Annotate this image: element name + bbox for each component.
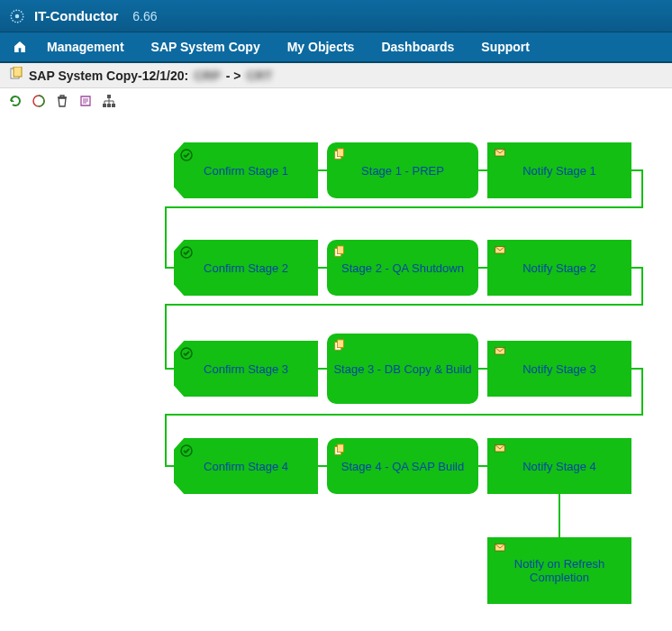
mail-icon <box>493 245 507 260</box>
check-icon <box>179 148 194 162</box>
page-title: SAP System Copy-12/1/20: <box>29 69 188 83</box>
node-label: Stage 3 - DB Copy & Build <box>333 362 471 376</box>
node-label: Notify Stage 3 <box>522 362 596 376</box>
node-label: Confirm Stage 4 <box>204 460 288 473</box>
node-confirm-stage-1[interactable]: Confirm Stage 1 <box>174 142 318 198</box>
node-stage-3[interactable]: Stage 3 - DB Copy & Build <box>327 334 478 404</box>
node-confirm-stage-3[interactable]: Confirm Stage 3 <box>174 341 318 397</box>
run-button[interactable] <box>31 93 47 109</box>
node-label: Notify Stage 2 <box>522 261 596 275</box>
page-header: SAP System Copy-12/1/20: CRP - > CRT <box>0 63 672 88</box>
page-icon <box>9 67 23 84</box>
svg-rect-8 <box>112 104 115 107</box>
svg-rect-5 <box>107 95 111 98</box>
action-toolbar <box>0 88 672 114</box>
node-stage-4[interactable]: Stage 4 - QA SAP Build <box>327 438 478 494</box>
app-logo-icon <box>9 8 25 24</box>
node-label: Stage 2 - QA Shutdown <box>341 261 464 275</box>
svg-rect-3 <box>14 67 22 77</box>
copy-icon <box>332 245 347 260</box>
menu-my-objects[interactable]: My Objects <box>275 34 368 59</box>
svg-rect-7 <box>107 104 111 107</box>
trash-icon <box>55 94 69 108</box>
menu-dashboards[interactable]: Dashboards <box>368 34 467 59</box>
mail-icon <box>493 543 507 557</box>
home-icon <box>13 39 27 55</box>
node-label: Stage 1 - PREP <box>361 164 444 178</box>
node-notify-stage-4[interactable]: Notify Stage 4 <box>487 438 631 494</box>
node-label: Confirm Stage 3 <box>204 362 288 376</box>
copy-icon <box>332 444 347 458</box>
node-notify-stage-1[interactable]: Notify Stage 1 <box>487 142 631 198</box>
node-label: Stage 4 - QA SAP Build <box>341 460 464 473</box>
refresh-button[interactable] <box>7 93 23 109</box>
workflow-canvas: Confirm Stage 1 Stage 1 - PREP Notify St… <box>0 114 672 618</box>
menu-support[interactable]: Support <box>468 34 542 59</box>
refresh-icon <box>8 94 23 108</box>
node-stage-1[interactable]: Stage 1 - PREP <box>327 142 478 198</box>
svg-rect-19 <box>337 149 343 157</box>
node-notify-stage-3[interactable]: Notify Stage 3 <box>487 341 631 397</box>
node-confirm-stage-4[interactable]: Confirm Stage 4 <box>174 438 318 494</box>
page-dst: CRT <box>246 69 272 83</box>
mail-icon <box>493 148 507 162</box>
main-menu: Management SAP System Copy My Objects Da… <box>0 32 672 63</box>
mail-icon <box>493 444 507 458</box>
node-confirm-stage-2[interactable]: Confirm Stage 2 <box>174 240 318 296</box>
app-version: 6.66 <box>132 9 157 23</box>
hierarchy-icon <box>102 94 116 108</box>
node-label: Confirm Stage 2 <box>204 261 288 275</box>
copy-icon <box>332 339 347 353</box>
svg-point-1 <box>15 14 20 18</box>
log-icon <box>78 94 93 108</box>
page-sep: - > <box>226 69 241 83</box>
check-icon <box>179 245 194 260</box>
node-label: Notify Stage 1 <box>522 164 596 178</box>
menu-sap-system-copy[interactable]: SAP System Copy <box>139 34 273 59</box>
run-icon <box>32 94 46 108</box>
check-icon <box>179 346 194 361</box>
delete-button[interactable] <box>54 93 70 109</box>
title-bar: IT-Conductor 6.66 <box>0 0 672 32</box>
node-label: Notify on Refresh Completion <box>491 557 628 584</box>
mail-icon <box>493 346 507 361</box>
node-label: Confirm Stage 1 <box>204 164 288 178</box>
node-label: Notify Stage 4 <box>522 460 596 473</box>
node-stage-2[interactable]: Stage 2 - QA Shutdown <box>327 240 478 296</box>
node-notify-completion[interactable]: Notify on Refresh Completion <box>487 537 631 604</box>
log-button[interactable] <box>77 93 94 109</box>
menu-management[interactable]: Management <box>34 34 137 59</box>
copy-icon <box>332 148 347 162</box>
app-name: IT-Conductor <box>34 8 118 23</box>
svg-rect-31 <box>337 444 343 453</box>
svg-rect-6 <box>103 104 106 107</box>
menu-home-button[interactable] <box>7 33 32 60</box>
hierarchy-button[interactable] <box>101 93 117 109</box>
svg-rect-23 <box>337 246 343 254</box>
node-notify-stage-2[interactable]: Notify Stage 2 <box>487 240 631 296</box>
check-icon <box>179 444 194 458</box>
page-src: CRP <box>194 69 221 83</box>
svg-rect-27 <box>337 340 343 348</box>
